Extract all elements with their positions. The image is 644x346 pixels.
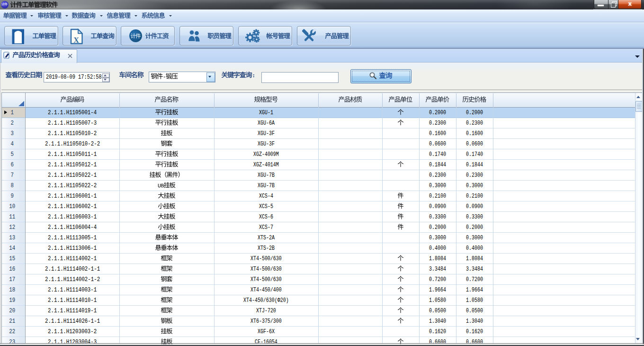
- svg-text:X: X: [73, 36, 79, 44]
